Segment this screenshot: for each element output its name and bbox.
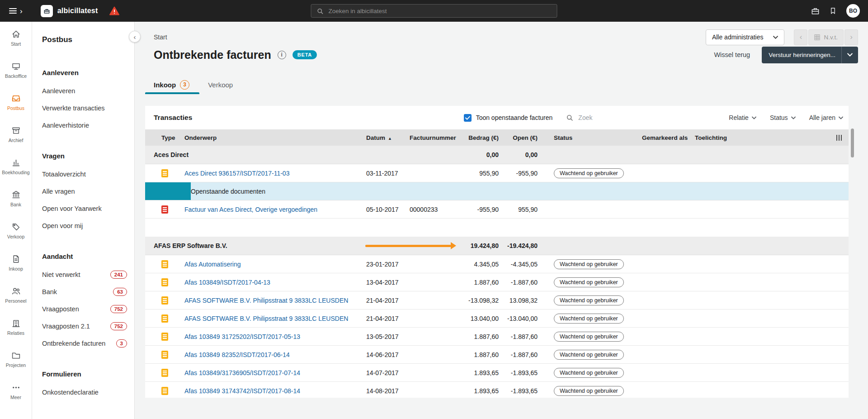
rail-item-meer[interactable]: Meer <box>0 375 32 407</box>
document-red-icon <box>161 205 168 214</box>
table-search[interactable] <box>566 114 715 122</box>
bookmark-icon[interactable] <box>829 7 837 15</box>
sidebar-item-vraagposten[interactable]: Vraagposten 752 <box>42 300 127 318</box>
transaction-link[interactable]: Aces Direct 936157/ISDT/2017-11-03 <box>184 170 289 177</box>
transaction-row[interactable]: AFAS SOFTWARE B.V. Philipsstraat 9 3833L… <box>145 291 849 309</box>
pagination: ‹ N.v.t. › <box>794 29 858 45</box>
vertical-scrollbar[interactable] <box>851 129 854 157</box>
transaction-row[interactable]: Aces Direct 936157/ISDT/2017-11-03 03-11… <box>145 164 849 182</box>
invoice-icon <box>161 260 168 268</box>
sidebar-item-verwerkte-transacties[interactable]: Verwerkte transacties <box>42 100 127 117</box>
workspace-name: albicillatest <box>57 7 98 15</box>
sidebar-item-alle-vragen[interactable]: Alle vragen <box>42 183 127 200</box>
sidebar-item-open-voor-yaarwerk[interactable]: Open voor Yaarwerk <box>42 200 127 217</box>
rail-item-inkoop[interactable]: Inkoop <box>0 247 32 279</box>
rail-item-projecten[interactable]: Projecten <box>0 343 32 375</box>
rail-item-postbus[interactable]: Postbus <box>0 86 32 118</box>
tab-verkoop[interactable]: Verkoop <box>199 75 243 94</box>
transaction-link[interactable]: Afas 103849 82352/ISDT/2017-06-14 <box>184 351 290 358</box>
chart-icon <box>11 158 21 167</box>
sidebar-item-aanleveren[interactable]: Aanleveren <box>42 82 127 100</box>
rail-item-backoffice[interactable]: Backoffice <box>0 54 32 86</box>
transaction-link[interactable]: Afas Automatisering <box>184 261 241 268</box>
transaction-row[interactable]: Afas 103849 31725202/ISDT/2017-05-13 13-… <box>145 328 849 346</box>
transaction-link[interactable]: Afas 103849 31743742/ISDT/2017-08-14 <box>184 387 300 395</box>
transaction-row[interactable]: Afas 103849/31736905/ISDT/2017-07-14 14-… <box>145 364 849 382</box>
info-icon[interactable]: i <box>278 51 286 59</box>
transaction-link[interactable]: Afas 103849 31725202/ISDT/2017-05-13 <box>184 333 300 340</box>
rail-item-bank[interactable]: Bank <box>0 182 32 214</box>
transaction-link[interactable]: Afas 103849/31736905/ISDT/2017-07-14 <box>184 369 300 376</box>
wissel-terug-link[interactable]: Wissel terug <box>714 51 750 58</box>
chevron-down-icon <box>791 116 796 119</box>
inbox-icon <box>11 94 21 103</box>
transaction-row[interactable]: Factuur van Aces Direct, Overige vergoed… <box>145 200 849 219</box>
global-search[interactable] <box>311 4 557 18</box>
group-row-afas[interactable]: AFAS ERP Software B.V. 19.424,80 -19.424… <box>145 237 849 255</box>
sidebar-item-onkostendeclaratie[interactable]: Onkostendeclaratie <box>42 384 127 401</box>
next-page-button[interactable]: › <box>844 29 858 45</box>
column-settings-icon[interactable] <box>835 135 849 141</box>
rail-item-relaties[interactable]: Relaties <box>0 311 32 343</box>
invoice-icon <box>161 169 168 177</box>
invoice-icon <box>161 333 168 341</box>
transaction-row[interactable]: Afas 103849 31743742/ISDT/2017-08-14 14-… <box>145 382 849 398</box>
briefcase-icon[interactable] <box>811 7 820 15</box>
chevron-down-icon <box>773 36 778 39</box>
transaction-link[interactable]: AFAS SOFTWARE B.V. Philipsstraat 9 3833L… <box>184 315 348 322</box>
sidebar-item-aanleverhistorie[interactable]: Aanleverhistorie <box>42 117 127 134</box>
administration-filter[interactable]: Alle administraties <box>706 29 785 45</box>
workspace-logo[interactable]: albicillatest <box>41 5 98 17</box>
filter-years[interactable]: Alle jaren <box>809 114 843 121</box>
transaction-link[interactable]: AFAS SOFTWARE B.V. Philipsstraat 9 3833L… <box>184 297 348 304</box>
sidebar-item-open-voor-mij[interactable]: Open voor mij <box>42 217 127 234</box>
page-title: Ontbrekende facturen <box>145 48 271 62</box>
user-avatar[interactable]: BO <box>846 4 860 18</box>
table-search-input[interactable] <box>577 114 715 122</box>
sidebar-item-bank[interactable]: Bank 63 <box>42 283 127 300</box>
teal-marker-bar <box>145 182 191 200</box>
rail-item-verkoop[interactable]: Verkoop <box>0 214 32 247</box>
filter-status[interactable]: Status <box>770 114 796 121</box>
sidebar-item-niet-verwerkt[interactable]: Niet verwerkt 241 <box>42 266 127 283</box>
rail-item-boekhouding[interactable]: Boekhouding <box>0 150 32 182</box>
warning-icon[interactable] <box>109 6 119 15</box>
transaction-row[interactable]: Afas 103849 82352/ISDT/2017-06-14 14-06-… <box>145 346 849 364</box>
chevron-left-icon: ‹ <box>800 33 802 42</box>
transaction-link[interactable]: Afas 103849/ISDT/2017-04-13 <box>184 279 270 286</box>
show-open-invoices-checkbox[interactable]: Toon openstaande facturen <box>464 114 553 122</box>
tabs: Inkoop 3 Verkoop <box>145 75 858 94</box>
rail-item-archief[interactable]: Archief <box>0 118 32 150</box>
breadcrumb[interactable]: Start <box>145 33 167 41</box>
orange-arrow-annotation <box>365 245 451 247</box>
transaction-row[interactable]: Afas Automatisering 23-01-2017 4.345,05 … <box>145 255 849 273</box>
sidebar-item-vraagposten-2-1[interactable]: Vraagposten 2.1 752 <box>42 318 127 335</box>
people-icon <box>11 286 21 296</box>
title-row: Ontbrekende facturen i BETA Wissel terug… <box>145 45 858 64</box>
transaction-row[interactable]: AFAS SOFTWARE B.V. Philipsstraat 9 3833L… <box>145 309 849 328</box>
prev-page-button[interactable]: ‹ <box>794 29 807 45</box>
rail-item-personeel[interactable]: Personeel <box>0 279 32 311</box>
sidebar-item-ontbrekende-facturen[interactable]: Ontbrekende facturen 3 <box>42 335 127 352</box>
tab-inkoop[interactable]: Inkoop 3 <box>145 75 199 94</box>
collapse-panel-button[interactable]: ‹ <box>129 31 141 43</box>
transaction-row[interactable]: Afas 103849/ISDT/2017-04-13 13-04-2017 1… <box>145 273 849 291</box>
main-content: Start Alle administraties ‹ N.v.t. › Ont… <box>135 22 868 419</box>
verstuur-herinneringen-button[interactable]: Verstuur herinneringen... <box>762 47 858 63</box>
breadcrumb-row: Start Alle administraties ‹ N.v.t. › <box>145 29 858 45</box>
global-search-input[interactable] <box>328 7 552 15</box>
count-badge: 3 <box>116 339 127 348</box>
menu-toggle-button[interactable]: › <box>7 5 24 17</box>
status-badge: Wachtend op gebruiker <box>554 368 624 378</box>
rail-item-start[interactable]: Start <box>0 22 32 54</box>
status-badge: Wachtend op gebruiker <box>554 350 624 360</box>
column-datum-sort[interactable]: Datum▲ <box>366 134 410 141</box>
group-row-aces-direct[interactable]: Aces Direct 0,00 0,00 <box>145 146 849 164</box>
status-badge: Wachtend op gebruiker <box>554 277 624 287</box>
sidebar-item-totaaloverzicht[interactable]: Totaaloverzicht <box>42 166 127 183</box>
filter-relatie[interactable]: Relatie <box>729 114 756 121</box>
chevron-down-icon[interactable] <box>842 53 858 57</box>
home-icon <box>11 29 21 39</box>
inkoop-count-badge: 3 <box>180 80 189 90</box>
transaction-link[interactable]: Factuur van Aces Direct, Overige vergoed… <box>184 206 317 213</box>
